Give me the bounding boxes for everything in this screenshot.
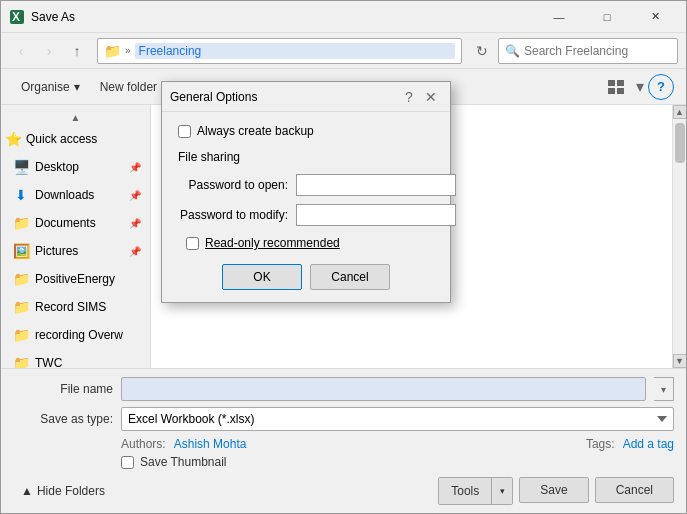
always-create-backup-checkbox[interactable] bbox=[178, 125, 191, 138]
dialog-body: Always create backup File sharing Passwo… bbox=[162, 112, 450, 302]
password-open-input[interactable] bbox=[296, 174, 456, 196]
dialog-ok-button[interactable]: OK bbox=[222, 264, 302, 290]
dialog-help-button[interactable]: ? bbox=[398, 86, 420, 108]
dialog-title: General Options bbox=[170, 90, 398, 104]
backup-checkbox-row: Always create backup bbox=[178, 124, 434, 138]
general-options-dialog: General Options ? ✕ Always create backup… bbox=[161, 81, 451, 303]
dialog-overlay: General Options ? ✕ Always create backup… bbox=[1, 1, 686, 513]
save-as-window: X Save As — □ ✕ ‹ › ↑ 📁 » Freelancing ↻ … bbox=[0, 0, 687, 514]
read-only-checkbox[interactable] bbox=[186, 237, 199, 250]
file-sharing-label: File sharing bbox=[178, 150, 434, 164]
dialog-close-button[interactable]: ✕ bbox=[420, 86, 442, 108]
dialog-cancel-button[interactable]: Cancel bbox=[310, 264, 390, 290]
password-open-label: Password to open: bbox=[178, 178, 288, 192]
dialog-buttons: OK Cancel bbox=[178, 264, 434, 290]
read-only-label[interactable]: Read-only recommended bbox=[205, 236, 340, 250]
password-modify-label: Password to modify: bbox=[178, 208, 288, 222]
dialog-title-bar: General Options ? ✕ bbox=[162, 82, 450, 112]
password-modify-row: Password to modify: bbox=[178, 204, 434, 226]
readonly-row: Read-only recommended bbox=[178, 236, 434, 250]
password-modify-input[interactable] bbox=[296, 204, 456, 226]
password-open-row: Password to open: bbox=[178, 174, 434, 196]
always-create-backup-label: Always create backup bbox=[197, 124, 314, 138]
